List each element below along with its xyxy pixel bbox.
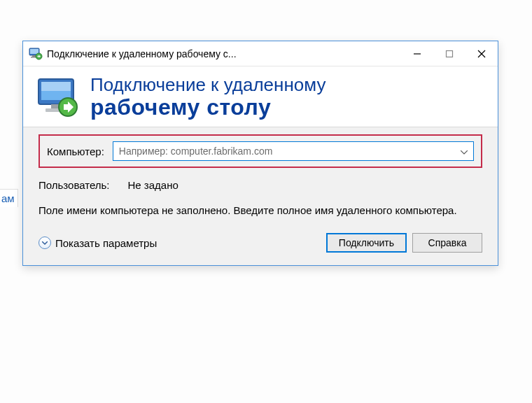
app-icon (29, 47, 43, 61)
monitor-icon (36, 75, 80, 120)
svg-rect-1 (30, 49, 38, 54)
footer-row: Показать параметры Подключить Справка (38, 233, 482, 253)
close-button[interactable] (465, 41, 498, 66)
window-controls (401, 41, 498, 66)
background-link-fragment: ам (0, 189, 18, 207)
svg-rect-11 (41, 82, 71, 91)
user-label: Пользователь: (38, 179, 110, 191)
header-banner: Подключение к удаленному рабочему столу (23, 66, 498, 127)
show-options-label: Показать параметры (55, 237, 157, 249)
help-button[interactable]: Справка (412, 233, 482, 253)
computer-placeholder: Например: computer.fabrikam.com (119, 146, 273, 157)
window-title: Подключение к удаленному рабочему с... (47, 48, 237, 59)
user-value: Не задано (128, 179, 178, 191)
computer-combobox[interactable]: Например: computer.fabrikam.com (113, 141, 474, 161)
svg-rect-6 (447, 50, 453, 57)
titlebar: Подключение к удаленному рабочему с... (23, 41, 498, 66)
computer-field-highlight: Компьютер: Например: computer.fabrikam.c… (38, 134, 482, 168)
user-row: Пользователь: Не задано (38, 179, 482, 191)
chevron-down-icon (461, 145, 468, 157)
rdp-dialog: Подключение к удаленному рабочему с... (22, 41, 498, 266)
banner-title-line2: рабочему столу (90, 95, 326, 120)
hint-text: Поле имени компьютера не заполнено. Введ… (38, 204, 482, 218)
banner-title-line1: Подключение к удаленному (90, 75, 326, 95)
minimize-button[interactable] (401, 41, 433, 66)
connect-button[interactable]: Подключить (326, 233, 407, 253)
maximize-button[interactable] (433, 41, 465, 66)
show-options-toggle[interactable]: Показать параметры (38, 236, 157, 249)
dialog-body: Компьютер: Например: computer.fabrikam.c… (23, 127, 498, 265)
computer-label: Компьютер: (47, 146, 104, 157)
chevron-down-circle-icon (38, 236, 51, 249)
